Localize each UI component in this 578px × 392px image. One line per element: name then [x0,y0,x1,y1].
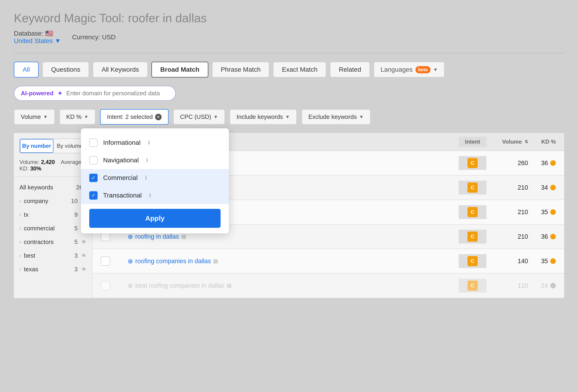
exclude-keywords-filter[interactable]: Exclude keywords ▼ [301,109,371,125]
apply-button[interactable]: Apply [89,209,221,228]
tab-broad-match[interactable]: Broad Match [151,62,208,77]
intent-badge: C [468,281,478,291]
kd-value: 36 [541,160,548,167]
add-circle-icon: ⊕ [128,282,133,290]
kd-dot [550,258,556,264]
dropdown-item-commercial[interactable]: ✓ Commercial ℹ [81,169,229,187]
header-volume-col[interactable]: Volume ⇅ [486,139,528,145]
dropdown-item-informational[interactable]: Informational ℹ [81,134,229,151]
table-row: ⊕ roofing companies in dallas ▤ C 140 35 [93,249,564,274]
chevron-right-icon: › [19,239,21,245]
include-keywords-filter[interactable]: Include keywords ▼ [230,109,297,125]
header-meta: Database: 🇺🇸 United States ▼ Currency: U… [14,30,564,45]
info-icon: ℹ [146,157,148,163]
chevron-down-icon: ▼ [43,114,48,120]
commercial-checkbox[interactable]: ✓ [89,174,97,182]
header-divider [14,53,564,53]
ai-domain-input[interactable] [66,90,169,97]
kd-value: 35 [541,209,548,216]
tab-all[interactable]: All [14,62,39,77]
header-kd-col: KD % [528,139,556,145]
chevron-down-icon: ▼ [84,114,89,120]
main-content: By number By volume Volume: 2,420 Averag… [14,133,564,298]
kd-filter[interactable]: KD % ▼ [59,109,96,125]
cpc-filter[interactable]: CPC (USD) ▼ [173,109,225,125]
transactional-checkbox[interactable]: ✓ [89,191,97,199]
navigational-checkbox[interactable] [89,156,97,164]
chevron-down-icon: ▼ [359,114,364,120]
sort-icon: ⇅ [525,139,528,144]
tabs-row: All Questions All Keywords Broad Match P… [14,62,564,77]
info-icon: ℹ [148,140,150,146]
eye-icon[interactable]: 👁 [81,266,87,272]
row-checkbox[interactable] [101,232,110,241]
intent-dropdown: Informational ℹ Navigational ℹ ✓ Commerc… [81,128,229,233]
kd-dot [550,185,556,190]
row-checkbox[interactable] [101,256,110,266]
tab-related[interactable]: Related [330,62,370,77]
intent-badge: C [468,232,478,242]
currency-label: Currency: USD [72,34,116,41]
tab-exact-match[interactable]: Exact Match [273,62,326,77]
intent-filter[interactable]: Intent: 2 selected ✕ [100,109,169,125]
header-intent-col: Intent [459,137,486,147]
languages-button[interactable]: Languages beta ▼ [374,62,445,77]
informational-checkbox[interactable] [89,139,97,147]
chevron-right-icon: › [19,198,21,204]
filters-row: Volume ▼ KD % ▼ Intent: 2 selected ✕ CPC… [14,109,564,125]
view-toggle: By number By volume [19,139,87,153]
eye-icon[interactable]: 👁 [81,239,87,245]
clear-intent-icon[interactable]: ✕ [155,114,162,120]
kd-dot [550,160,556,166]
checkmark-icon: ✓ [91,175,96,181]
sidebar-item-texas[interactable]: › texas 3 👁 [14,262,92,276]
serp-icon: ▤ [227,283,232,289]
intent-badge: C [468,158,478,168]
keyword-link[interactable]: ⊕ best roofing companies in dallas ▤ [128,282,459,290]
ai-badge: AI-powered [21,90,54,97]
sidebar-item-commercial[interactable]: › commercial 5 👁 [14,222,92,235]
volume-value: 260 [486,160,528,167]
eye-icon[interactable]: 👁 [81,253,87,259]
database-country-link[interactable]: United States ▼ [14,37,61,45]
dropdown-item-transactional[interactable]: ✓ Transactional ℹ [81,187,229,204]
kd-value: 24 [541,282,548,289]
tab-questions[interactable]: Questions [42,62,89,77]
sidebar-stats: Volume: 2,420 Average KD: 30% [14,159,92,177]
volume-value: 210 [486,184,528,191]
chevron-right-icon: › [19,226,21,232]
chevron-right-icon: › [19,212,21,218]
dropdown-item-navigational[interactable]: Navigational ℹ [81,151,229,169]
keyword-link[interactable]: ⊕ roofing in dallas ▤ [128,233,459,241]
sidebar: By number By volume Volume: 2,420 Averag… [14,133,93,298]
kd-value: 35 [541,258,548,265]
kd-value: 34 [541,184,548,191]
sidebar-item-company[interactable]: › company 10 👁 [14,194,92,208]
row-checkbox[interactable] [101,281,110,290]
add-circle-icon: ⊕ [128,233,133,241]
keyword-link[interactable]: ⊕ roofing companies in dallas ▤ [128,257,459,265]
intent-badge: C [468,256,478,266]
volume-value: 210 [486,209,528,216]
chevron-right-icon: › [19,253,21,259]
beta-badge: beta [415,66,431,73]
volume-value: 110 [486,282,528,289]
table-row: ⊕ best roofing companies in dallas ▤ C 1… [93,274,564,298]
checkmark-icon: ✓ [91,193,96,198]
kd-dot [550,209,556,215]
sidebar-item-contractors[interactable]: › contractors 5 👁 [14,235,92,249]
kd-dot [550,283,556,288]
chevron-down-icon: ▼ [213,114,218,120]
tab-all-keywords[interactable]: All Keywords [93,62,148,77]
ai-bar: AI-powered ✦ [14,86,176,101]
tab-phrase-match[interactable]: Phrase Match [212,62,270,77]
volume-value: 210 [486,233,528,240]
volume-filter[interactable]: Volume ▼ [14,109,55,125]
serp-icon: ▤ [181,234,186,240]
by-number-button[interactable]: By number [20,139,53,153]
sidebar-item-best[interactable]: › best 3 👁 [14,249,92,262]
kd-dot [550,234,556,239]
sidebar-item-all-keywords[interactable]: All keywords 26 [14,181,92,194]
kd-value: 36 [541,233,548,240]
sidebar-item-tx[interactable]: › tx 9 👁 [14,208,92,222]
